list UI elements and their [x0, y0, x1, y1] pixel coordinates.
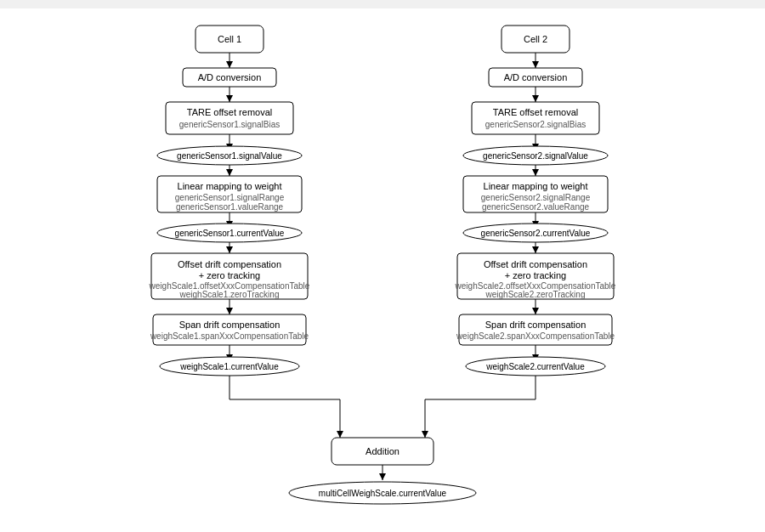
offset2-param2: weighScale2.zeroTracking — [485, 290, 586, 299]
span1-label: Span drift compensation — [179, 320, 280, 330]
svg-marker-3 — [226, 95, 233, 102]
svg-marker-41 — [379, 473, 386, 480]
offset1-param2: weighScale1.zeroTracking — [179, 290, 280, 299]
svg-marker-33 — [532, 308, 539, 314]
svg-marker-21 — [532, 61, 539, 68]
svg-marker-7 — [226, 169, 233, 176]
svg-marker-23 — [532, 95, 539, 102]
span1-param: weighScale1.spanXxxCompensationTable — [150, 331, 309, 341]
scale-value1-label: weighScale1.currentValue — [179, 362, 279, 371]
final-value-label: multiCellWeighScale.currentValue — [319, 489, 447, 498]
linear1-param2: genericSensor1.valueRange — [176, 202, 284, 212]
signal-value2-label: genericSensor2.signalValue — [483, 151, 588, 161]
linear1-param1: genericSensor1.signalRange — [175, 193, 285, 202]
offset1-label2: + zero tracking — [199, 270, 260, 280]
tare1-param: genericSensor1.signalBias — [179, 120, 280, 129]
current-value1-label: genericSensor1.currentValue — [175, 229, 285, 238]
linear2-param1: genericSensor2.signalRange — [481, 193, 591, 202]
diagram-container: Cell 1 A/D conversion TARE offset remova… — [0, 8, 765, 532]
ad2-label: A/D conversion — [504, 72, 568, 82]
offset1-label1: Offset drift compensation — [178, 259, 281, 269]
svg-marker-31 — [532, 246, 539, 253]
svg-marker-19 — [337, 431, 343, 438]
tare2-param: genericSensor2.signalBias — [485, 120, 586, 129]
addition-label: Addition — [366, 446, 400, 456]
signal-value1-label: genericSensor1.signalValue — [177, 151, 282, 161]
offset2-label1: Offset drift compensation — [484, 259, 587, 269]
offset2-label2: + zero tracking — [505, 270, 566, 280]
current-value2-label: genericSensor2.currentValue — [481, 229, 591, 238]
linear2-param2: genericSensor2.valueRange — [482, 202, 590, 212]
span2-param: weighScale2.spanXxxCompensationTable — [456, 331, 615, 341]
scale-value2-label: weighScale2.currentValue — [485, 362, 585, 371]
ad1-label: A/D conversion — [198, 72, 262, 82]
tare1-label: TARE offset removal — [187, 107, 272, 117]
linear2-label: Linear mapping to weight — [484, 181, 588, 191]
cell2-label: Cell 2 — [524, 34, 547, 44]
svg-marker-11 — [226, 246, 233, 253]
svg-marker-13 — [226, 308, 233, 314]
svg-marker-27 — [532, 169, 539, 176]
span2-label: Span drift compensation — [485, 320, 586, 330]
svg-marker-1 — [226, 61, 233, 68]
svg-marker-39 — [422, 431, 428, 438]
tare2-label: TARE offset removal — [493, 107, 578, 117]
linear1-label: Linear mapping to weight — [178, 181, 282, 191]
cell1-label: Cell 1 — [218, 34, 241, 44]
